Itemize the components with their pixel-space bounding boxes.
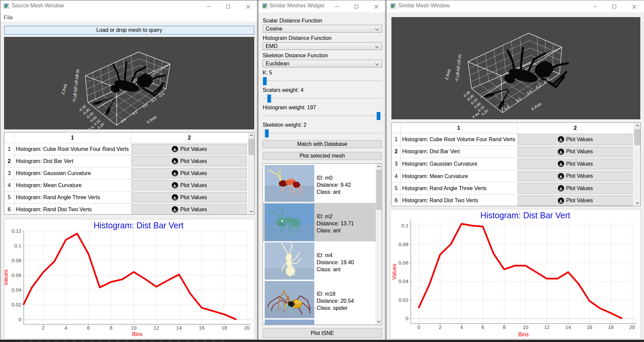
- svg-text:20: 20: [629, 324, 635, 330]
- svg-text:10: 10: [523, 324, 528, 330]
- svg-text:12: 12: [154, 325, 159, 331]
- svg-text:Histogram: Dist Bar Vert: Histogram: Dist Bar Vert: [480, 211, 570, 220]
- svg-text:2: 2: [42, 325, 45, 331]
- svg-text:0.06: 0.06: [398, 260, 408, 266]
- svg-text:0.02: 0.02: [11, 302, 21, 307]
- svg-text:0.04: 0.04: [11, 287, 21, 293]
- svg-text:10: 10: [131, 325, 137, 331]
- svg-text:8: 8: [110, 325, 112, 331]
- svg-text:0.04: 0.04: [398, 278, 408, 284]
- svg-text:0.08: 0.08: [398, 241, 408, 247]
- svg-text:0.1: 0.1: [401, 223, 409, 228]
- svg-text:Bins: Bins: [132, 331, 143, 337]
- svg-text:Histogram: Dist Bar Vert: Histogram: Dist Bar Vert: [94, 221, 183, 230]
- svg-text:0.1: 0.1: [14, 243, 21, 248]
- svg-text:0: 0: [418, 324, 420, 330]
- svg-text:4: 4: [460, 324, 463, 330]
- svg-text:2: 2: [439, 324, 441, 330]
- svg-text:14: 14: [176, 325, 182, 331]
- svg-text:14: 14: [566, 324, 571, 330]
- svg-text:18: 18: [221, 325, 227, 331]
- svg-text:16: 16: [587, 324, 592, 330]
- svg-text:6: 6: [481, 324, 484, 330]
- svg-text:0.12: 0.12: [11, 228, 21, 234]
- svg-text:6: 6: [87, 325, 90, 331]
- svg-text:20: 20: [244, 325, 250, 331]
- svg-text:Bins: Bins: [518, 332, 529, 337]
- svg-text:0.06: 0.06: [11, 272, 21, 278]
- svg-text:4: 4: [64, 325, 67, 331]
- svg-text:16: 16: [199, 325, 205, 331]
- svg-text:Values: Values: [391, 264, 397, 280]
- svg-text:12: 12: [544, 324, 550, 330]
- svg-text:0.02: 0.02: [398, 297, 408, 303]
- svg-text:0: 0: [18, 317, 21, 322]
- svg-text:8: 8: [503, 324, 505, 330]
- svg-text:0.08: 0.08: [11, 258, 21, 263]
- svg-text:18: 18: [608, 324, 614, 330]
- svg-text:Values: Values: [4, 270, 9, 286]
- svg-text:0: 0: [406, 316, 408, 321]
